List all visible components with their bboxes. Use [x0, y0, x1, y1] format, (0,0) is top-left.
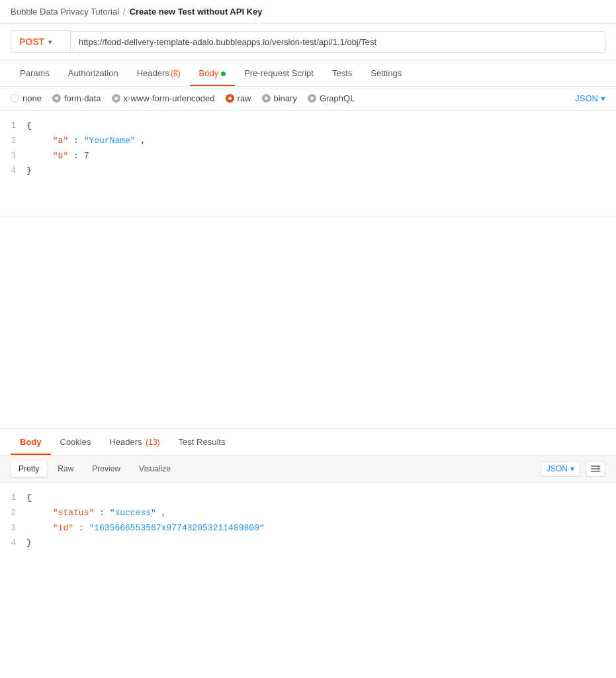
resp-line-3: 3 "id" : "1635666553567x9774320532114898…: [0, 521, 616, 536]
resp-line-4: 4 }: [0, 536, 616, 551]
tab-settings[interactable]: Settings: [361, 60, 411, 86]
body-type-bar: none form-data x-www-form-urlencoded raw…: [0, 87, 616, 111]
tab-tests[interactable]: Tests: [323, 60, 361, 86]
resp-line-1: 1 {: [0, 491, 616, 506]
json-format-dropdown[interactable]: JSON ▾: [575, 93, 605, 103]
url-input[interactable]: [70, 31, 605, 53]
editor-spacer: [0, 217, 616, 428]
breadcrumb-current: Create new Test without API Key: [130, 7, 263, 17]
tab-authorization[interactable]: Authorization: [59, 60, 128, 86]
breadcrumb: Bubble Data Privacy Tutorial / Create ne…: [0, 0, 616, 24]
resp-json-dropdown[interactable]: JSON ▾: [541, 461, 580, 477]
body-type-graphql[interactable]: GraphQL: [308, 93, 355, 103]
body-type-form-data[interactable]: form-data: [52, 93, 101, 103]
code-line-2: 2 "a" : "YourName" ,: [0, 134, 616, 149]
body-dot-icon: [221, 72, 226, 76]
resp-tab-cookies[interactable]: Cookies: [51, 429, 101, 455]
headers-badge: (8): [171, 69, 181, 78]
body-type-none[interactable]: none: [11, 93, 42, 103]
fmt-raw[interactable]: Raw: [50, 461, 81, 477]
wrap-lines-icon: [590, 464, 601, 473]
radio-urlencoded: [112, 94, 120, 103]
resp-tab-test-results[interactable]: Test Results: [169, 429, 235, 455]
tab-body[interactable]: Body: [190, 60, 236, 86]
fmt-pretty[interactable]: Pretty: [11, 461, 47, 477]
tabs-nav: Params Authorization Headers(8) Body Pre…: [0, 60, 616, 87]
wrap-icon[interactable]: [586, 461, 605, 477]
radio-raw: [226, 94, 234, 103]
radio-binary: [262, 94, 271, 103]
resp-headers-badge: (13): [146, 438, 159, 447]
body-type-urlencoded[interactable]: x-www-form-urlencoded: [112, 93, 215, 103]
fmt-preview[interactable]: Preview: [84, 461, 128, 477]
method-label: POST: [19, 36, 44, 47]
body-type-binary[interactable]: binary: [262, 93, 297, 103]
tab-headers[interactable]: Headers(8): [128, 60, 190, 86]
tab-pre-request[interactable]: Pre-request Script: [235, 60, 323, 86]
request-body-editor[interactable]: 1 { 2 "a" : "YourName" , 3 "b" : 7 4 }: [0, 111, 616, 217]
resp-line-2: 2 "status" : "success" ,: [0, 506, 616, 521]
resp-json-chevron-icon: ▾: [570, 464, 574, 473]
body-type-raw[interactable]: raw: [226, 93, 251, 103]
method-dropdown[interactable]: POST ▾: [11, 30, 70, 53]
url-bar: POST ▾: [0, 24, 616, 60]
code-line-4: 4 }: [0, 164, 616, 179]
fmt-visualize[interactable]: Visualize: [131, 461, 179, 477]
response-body: 1 { 2 "status" : "success" , 3 "id" : "1…: [0, 483, 616, 559]
radio-form-data: [52, 94, 61, 103]
breadcrumb-parent: Bubble Data Privacy Tutorial: [11, 7, 119, 17]
response-format-bar: Pretty Raw Preview Visualize JSON ▾: [0, 456, 616, 483]
resp-tab-headers[interactable]: Headers (13): [100, 429, 169, 455]
method-chevron-icon: ▾: [48, 38, 52, 46]
response-tabs-nav: Body Cookies Headers (13) Test Results: [0, 429, 616, 456]
response-section: Body Cookies Headers (13) Test Results P…: [0, 428, 616, 559]
radio-none: [11, 94, 19, 103]
json-chevron-icon: ▾: [601, 93, 605, 103]
code-line-3: 3 "b" : 7: [0, 149, 616, 164]
code-line-1: 1 {: [0, 119, 616, 134]
tab-params[interactable]: Params: [11, 60, 59, 86]
resp-tab-body[interactable]: Body: [11, 429, 51, 455]
breadcrumb-separator: /: [123, 7, 126, 17]
radio-graphql: [308, 94, 316, 103]
